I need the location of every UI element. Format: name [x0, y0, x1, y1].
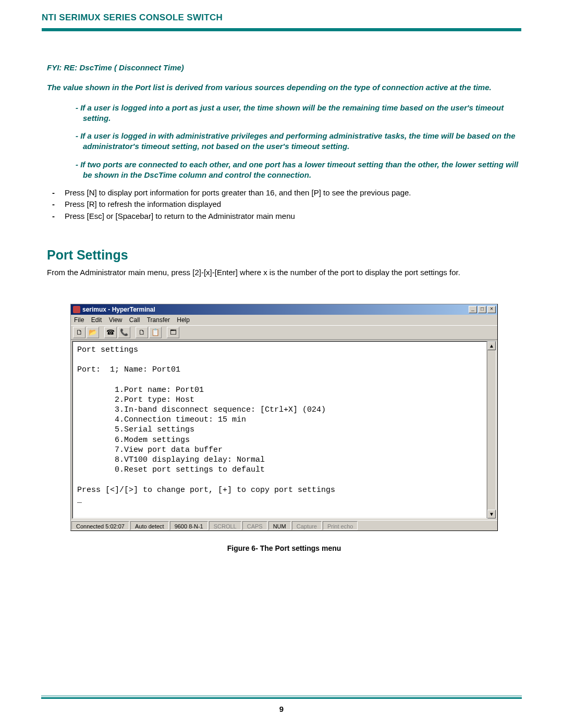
window-titlebar[interactable]: serimux - HyperTerminal _ □ × [71, 304, 497, 315]
app-icon [73, 306, 80, 313]
instruction-item: Press [N] to display port information fo… [52, 188, 521, 198]
fyi-title: FYI: RE: DscTime ( Disconnect Time) [47, 63, 521, 73]
fyi-item: - If a user is logged into a port as jus… [76, 103, 521, 124]
status-baud: 9600 8-N-1 [170, 521, 208, 530]
document-title: NTI SERIMUX SERIES CONSOLE SWITCH [42, 13, 521, 27]
footer-rule [41, 696, 522, 699]
page-header: NTI SERIMUX SERIES CONSOLE SWITCH [0, 0, 563, 31]
scroll-up-icon[interactable]: ▲ [487, 341, 496, 350]
toolbar-new-icon[interactable]: 🗋 [73, 327, 85, 338]
toolbar: 🗋 📂 ☎ 📞 🗋 📋 🗔 [71, 325, 497, 340]
maximize-button[interactable]: □ [478, 306, 486, 313]
status-num: NUM [268, 521, 291, 530]
status-capture: Capture [292, 521, 322, 530]
menu-call[interactable]: Call [129, 316, 140, 324]
instruction-text: Press [Esc] or [Spacebar] to return to t… [65, 212, 295, 220]
toolbar-hangup-icon[interactable]: 📞 [118, 327, 130, 338]
window-title: serimux - HyperTerminal [82, 305, 155, 314]
hyperterminal-window: serimux - HyperTerminal _ □ × File Edit … [70, 304, 498, 531]
instruction-item: Press [Esc] or [Spacebar] to return to t… [52, 211, 521, 221]
toolbar-call-icon[interactable]: ☎ [104, 327, 117, 338]
instruction-list: Press [N] to display port information fo… [47, 188, 521, 221]
toolbar-send-icon[interactable]: 🗋 [136, 327, 148, 338]
terminal-output[interactable]: Port settings Port: 1; Name: Port01 1.Po… [72, 341, 487, 519]
fyi-item: - If a user is logged in with administra… [76, 131, 521, 152]
instruction-item: Press [R] to refresh the information dis… [52, 199, 521, 209]
status-bar: Connected 5:02:07 Auto detect 9600 8-N-1… [71, 520, 497, 530]
instruction-text: Press [R] to refresh the information dis… [65, 200, 221, 208]
section-paragraph: From the Administrator main menu, press … [47, 267, 521, 278]
instruction-text: Press [N] to display port information fo… [65, 188, 411, 197]
fyi-intro: The value shown in the Port list is deri… [47, 82, 521, 93]
status-caps: CAPS [242, 521, 267, 530]
fyi-block: FYI: RE: DscTime ( Disconnect Time) The … [47, 63, 521, 180]
toolbar-open-icon[interactable]: 📂 [87, 327, 99, 338]
status-printecho: Print echo [323, 521, 358, 530]
scroll-down-icon[interactable]: ▼ [487, 510, 496, 519]
status-detect: Auto detect [130, 521, 169, 530]
minimize-button[interactable]: _ [469, 306, 477, 313]
menu-bar: File Edit View Call Transfer Help [71, 315, 497, 325]
status-scroll: SCROLL [209, 521, 241, 530]
page-number: 9 [0, 705, 563, 713]
fyi-list: - If a user is logged into a port as jus… [47, 103, 521, 181]
figure-caption: Figure 6- The Port settings menu [47, 544, 521, 553]
menu-help[interactable]: Help [177, 316, 190, 324]
status-connected: Connected 5:02:07 [71, 521, 129, 530]
menu-view[interactable]: View [109, 316, 123, 324]
toolbar-properties-icon[interactable]: 🗔 [167, 327, 179, 338]
toolbar-receive-icon[interactable]: 📋 [149, 327, 162, 338]
menu-file[interactable]: File [74, 316, 84, 324]
window-buttons: _ □ × [469, 306, 496, 313]
page-content: FYI: RE: DscTime ( Disconnect Time) The … [0, 31, 563, 553]
menu-transfer[interactable]: Transfer [147, 316, 170, 324]
close-button[interactable]: × [487, 306, 496, 313]
terminal-area: Port settings Port: 1; Name: Port01 1.Po… [72, 341, 496, 519]
fyi-item: - If two ports are connected to each oth… [76, 159, 521, 181]
menu-edit[interactable]: Edit [91, 316, 102, 324]
scrollbar[interactable]: ▲ ▼ [487, 341, 496, 519]
section-heading: Port Settings [47, 246, 521, 264]
